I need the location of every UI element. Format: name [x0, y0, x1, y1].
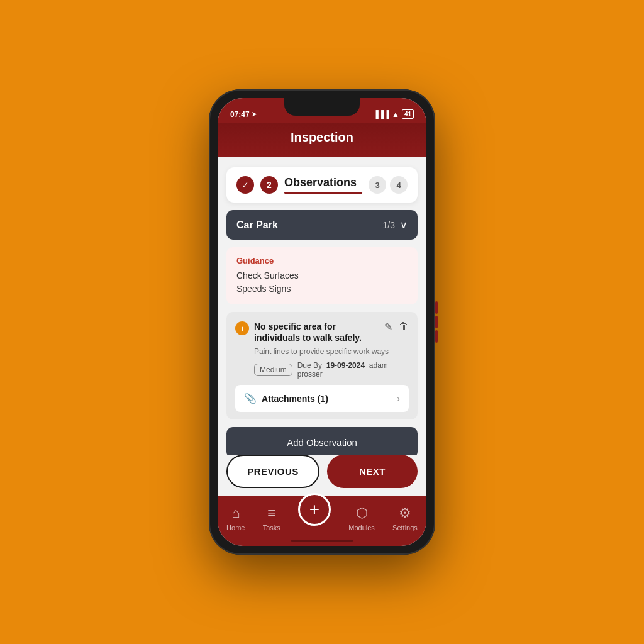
location-name: Car Park — [236, 219, 278, 231]
previous-button[interactable]: PREVIOUS — [226, 455, 319, 488]
status-time: 07:47 ➤ — [230, 110, 257, 119]
severity-badge: Medium — [254, 364, 292, 376]
nav-item-home[interactable]: ⌂ Home — [226, 505, 245, 531]
obs-actions: ✎ 🗑 — [384, 321, 409, 333]
next-button[interactable]: NEXT — [327, 455, 418, 488]
chevron-down-icon: ∨ — [400, 219, 408, 231]
notch — [284, 98, 360, 116]
modules-icon: ⬡ — [356, 505, 368, 521]
attachment-chevron-icon: › — [397, 393, 400, 404]
nav-item-modules[interactable]: ⬡ Modules — [348, 505, 375, 531]
guidance-card: Guidance Check Surfaces Speeds Signs — [226, 247, 418, 304]
settings-icon: ⚙ — [399, 505, 411, 521]
step-number-badge: 2 — [260, 176, 278, 194]
status-icons: ▐▐▐ ▲ 41 — [373, 109, 414, 119]
phone-wrapper: 07:47 ➤ ▐▐▐ ▲ 41 Inspection ✓ — [209, 89, 435, 555]
nav-item-settings[interactable]: ⚙ Settings — [392, 505, 418, 531]
obs-title: No specific area for individuals to walk… — [254, 321, 379, 343]
step-badges: 3 4 — [369, 176, 408, 194]
step-badge-4[interactable]: 4 — [390, 176, 408, 194]
tasks-label: Tasks — [263, 524, 280, 531]
due-info: Due By 19-09-2024 adam prosser — [297, 361, 409, 379]
settings-label: Settings — [392, 524, 418, 531]
home-icon: ⌂ — [231, 505, 240, 521]
guidance-title: Guidance — [236, 256, 408, 265]
edit-icon[interactable]: ✎ — [384, 321, 392, 333]
nav-buttons: PREVIOUS NEXT — [218, 455, 426, 496]
step-badge-3[interactable]: 3 — [369, 176, 386, 194]
app-header: Inspection — [218, 123, 426, 157]
attachment-label: Attachments (1) — [262, 394, 392, 404]
home-indicator — [291, 540, 353, 542]
paperclip-icon: 📎 — [244, 392, 257, 404]
observation-card: i No specific area for individuals to wa… — [226, 312, 418, 419]
drag-handle[interactable] — [435, 301, 438, 343]
info-icon: i — [235, 321, 249, 335]
main-content: ✓ 2 Observations 3 4 Car Park 1/3 ∨ — [218, 157, 426, 455]
obs-subtitle: Paint lines to provide specific work way… — [254, 347, 409, 356]
location-bar[interactable]: Car Park 1/3 ∨ — [226, 210, 418, 240]
step-label: Observations — [284, 176, 362, 194]
delete-icon[interactable]: 🗑 — [399, 321, 409, 333]
add-observation-button[interactable]: Add Observation — [226, 427, 418, 455]
nav-item-tasks[interactable]: ≡ Tasks — [263, 505, 280, 531]
time-display: 07:47 — [230, 110, 250, 119]
plus-button[interactable]: + — [298, 493, 331, 526]
home-label: Home — [226, 524, 245, 531]
location-progress: 1/3 ∨ — [383, 219, 408, 231]
modules-label: Modules — [348, 524, 375, 531]
guidance-text: Check Surfaces Speeds Signs — [236, 269, 408, 296]
obs-meta: Medium Due By 19-09-2024 adam prosser — [254, 361, 409, 379]
steps-card: ✓ 2 Observations 3 4 — [226, 167, 418, 203]
tasks-icon: ≡ — [267, 505, 275, 521]
obs-header: i No specific area for individuals to wa… — [235, 321, 409, 343]
page-title: Inspection — [291, 130, 353, 144]
phone-screen: 07:47 ➤ ▐▐▐ ▲ 41 Inspection ✓ — [218, 98, 426, 546]
check-icon: ✓ — [236, 176, 254, 194]
signal-icon: ▐▐▐ — [373, 110, 389, 119]
attachments-row[interactable]: 📎 Attachments (1) › — [235, 385, 409, 412]
phone-frame: 07:47 ➤ ▐▐▐ ▲ 41 Inspection ✓ — [209, 89, 435, 555]
battery-icon: 41 — [402, 109, 414, 119]
location-arrow-icon: ➤ — [252, 111, 257, 118]
wifi-icon: ▲ — [392, 110, 399, 119]
bottom-nav: ⌂ Home ≡ Tasks + ⬡ Modules ⚙ Settings — [218, 496, 426, 546]
